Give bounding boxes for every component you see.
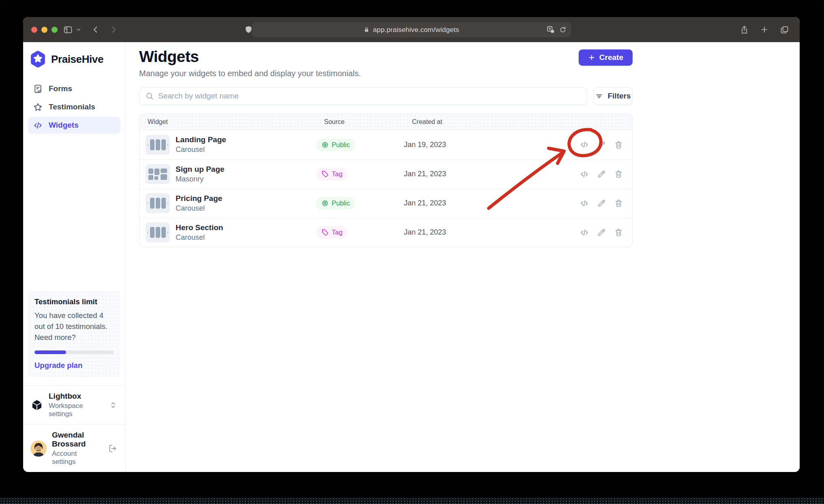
form-icon bbox=[33, 84, 43, 94]
delete-button[interactable] bbox=[614, 199, 623, 208]
page-header: Widgets Manage your widgets to embed and… bbox=[139, 48, 633, 79]
sidebar-item-label: Widgets bbox=[49, 121, 79, 130]
source-badge: Tag bbox=[316, 226, 348, 239]
avatar bbox=[30, 440, 47, 457]
sidebar: PraiseHive Forms bbox=[23, 42, 126, 472]
delete-button[interactable] bbox=[614, 169, 623, 179]
address-bar-right-icons bbox=[546, 22, 566, 37]
url-text: app.praisehive.com/widgets bbox=[373, 26, 459, 34]
lightbox-cube-icon bbox=[30, 399, 43, 412]
create-button[interactable]: Create bbox=[579, 49, 633, 66]
minimize-window-button[interactable] bbox=[41, 27, 47, 33]
testimonials-limit-card: Testimonials limit You have collected 4 … bbox=[28, 290, 120, 377]
edit-button[interactable] bbox=[597, 199, 606, 208]
sidebar-item-testimonials[interactable]: Testimonials bbox=[28, 98, 120, 115]
sidebar-nav: Forms Testimonials bbox=[28, 80, 120, 134]
chevrons-up-down-icon[interactable] bbox=[108, 400, 118, 410]
column-header-widget: Widget bbox=[139, 118, 316, 126]
source-badge: Public bbox=[316, 139, 355, 151]
limit-card-title: Testimonials limit bbox=[34, 297, 114, 306]
delete-button[interactable] bbox=[614, 228, 623, 237]
table-header: Widget Source Created at bbox=[139, 114, 632, 130]
workspace-texts: Lightbox Workspace settings bbox=[49, 392, 103, 418]
toolbar-right-controls bbox=[740, 17, 789, 42]
widget-layout: Masonry bbox=[176, 175, 224, 184]
workspace-name: Lightbox bbox=[49, 392, 103, 401]
upgrade-plan-link[interactable]: Upgrade plan bbox=[34, 361, 82, 370]
tab-overview-icon[interactable] bbox=[780, 25, 789, 34]
sidebar-toggle-icon[interactable] bbox=[63, 25, 73, 35]
widget-name: Hero Section bbox=[176, 223, 223, 232]
delete-button[interactable] bbox=[614, 140, 623, 149]
table-row[interactable]: Sign up Page Masonry Tag bbox=[139, 159, 632, 188]
widget-name: Sign up Page bbox=[176, 165, 224, 174]
sidebar-spacer bbox=[28, 134, 120, 290]
toolbar-left-controls bbox=[63, 17, 118, 42]
workspace-subtitle: Workspace settings bbox=[49, 402, 103, 418]
code-icon bbox=[33, 120, 43, 130]
widget-layout: Carousel bbox=[176, 233, 223, 242]
embed-code-button[interactable] bbox=[579, 169, 589, 179]
sidebar-item-label: Forms bbox=[49, 84, 72, 93]
sidebar-item-forms[interactable]: Forms bbox=[28, 80, 120, 97]
edit-button[interactable] bbox=[597, 169, 606, 179]
source-badge: Tag bbox=[316, 168, 348, 180]
carousel-thumbnail: ‹› bbox=[146, 193, 170, 213]
page-subtitle: Manage your widgets to embed and display… bbox=[139, 68, 361, 79]
brand: PraiseHive bbox=[28, 49, 120, 69]
sidebar-item-widgets[interactable]: Widgets bbox=[28, 117, 120, 134]
created-at: Jan 21, 2023 bbox=[404, 228, 571, 237]
created-at: Jan 19, 2023 bbox=[404, 141, 571, 149]
widget-name: Landing Page bbox=[176, 135, 226, 144]
table-row[interactable]: ‹› Hero Section Carousel bbox=[139, 218, 632, 247]
progress-bar bbox=[34, 350, 114, 354]
sidebar-item-label: Testimonials bbox=[49, 103, 95, 111]
account-name: Gwendal Brossard bbox=[52, 431, 102, 448]
search-box[interactable] bbox=[139, 87, 587, 105]
widgets-table: Widget Source Created at ‹› bbox=[139, 113, 633, 247]
reload-icon[interactable] bbox=[559, 26, 566, 34]
zoom-window-button[interactable] bbox=[52, 27, 58, 33]
chevron-down-icon[interactable] bbox=[76, 27, 82, 32]
workspace-switcher[interactable]: Lightbox Workspace settings bbox=[28, 386, 120, 424]
tag-icon bbox=[321, 229, 329, 236]
filters-button[interactable]: Filters bbox=[593, 87, 633, 105]
address-bar[interactable]: app.praisehive.com/widgets bbox=[252, 22, 571, 37]
tag-icon bbox=[321, 170, 329, 178]
progress-bar-fill bbox=[34, 350, 66, 354]
brand-name: PraiseHive bbox=[51, 53, 103, 66]
created-at: Jan 21, 2023 bbox=[404, 199, 571, 207]
translate-icon[interactable] bbox=[546, 26, 555, 34]
created-at: Jan 21, 2023 bbox=[404, 170, 571, 178]
table-row[interactable]: ‹› Pricing Page Carousel bbox=[139, 188, 632, 218]
logout-icon[interactable] bbox=[107, 443, 118, 454]
filter-icon bbox=[595, 92, 603, 100]
account-subtitle: Account settings bbox=[52, 450, 102, 466]
table-row[interactable]: ‹› Landing Page Carousel bbox=[139, 130, 632, 159]
new-tab-icon[interactable] bbox=[760, 25, 769, 34]
source-badge: Public bbox=[316, 197, 355, 209]
edit-button[interactable] bbox=[597, 228, 606, 237]
forward-icon[interactable] bbox=[109, 25, 118, 34]
share-icon[interactable] bbox=[740, 25, 749, 34]
account-row[interactable]: Gwendal Brossard Account settings bbox=[28, 425, 120, 472]
carousel-thumbnail: ‹› bbox=[146, 222, 170, 242]
widget-layout: Carousel bbox=[176, 204, 222, 213]
embed-code-button[interactable] bbox=[579, 228, 589, 237]
close-window-button[interactable] bbox=[31, 27, 37, 33]
main-content: Widgets Manage your widgets to embed and… bbox=[126, 42, 800, 472]
widget-name: Pricing Page bbox=[176, 194, 222, 203]
edit-button[interactable] bbox=[597, 140, 606, 149]
traffic-lights bbox=[31, 17, 58, 42]
public-icon bbox=[321, 199, 329, 207]
search-input[interactable] bbox=[158, 92, 581, 100]
public-icon bbox=[321, 141, 329, 149]
plus-icon bbox=[588, 54, 595, 61]
search-icon bbox=[145, 92, 154, 100]
browser-toolbar: app.praisehive.com/widgets bbox=[23, 17, 800, 42]
embed-code-button[interactable] bbox=[579, 199, 589, 208]
widget-layout: Carousel bbox=[176, 145, 226, 154]
embed-code-button[interactable] bbox=[579, 140, 589, 149]
back-icon[interactable] bbox=[91, 25, 100, 34]
masonry-thumbnail bbox=[146, 164, 170, 184]
